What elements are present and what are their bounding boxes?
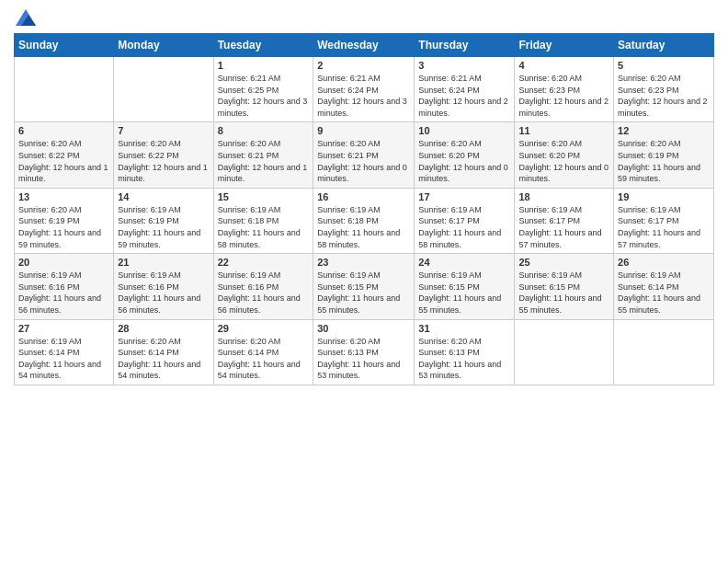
calendar-cell: 14Sunrise: 6:19 AMSunset: 6:19 PMDayligh…: [114, 188, 213, 253]
day-number: 7: [118, 125, 209, 136]
day-number: 28: [118, 323, 209, 334]
day-number: 31: [418, 323, 510, 334]
day-info: Sunrise: 6:21 AMSunset: 6:24 PMDaylight:…: [418, 73, 510, 119]
calendar-cell: 26Sunrise: 6:19 AMSunset: 6:14 PMDayligh…: [614, 254, 714, 319]
day-info: Sunrise: 6:19 AMSunset: 6:15 PMDaylight:…: [418, 270, 510, 316]
calendar-cell: 1Sunrise: 6:21 AMSunset: 6:25 PMDaylight…: [213, 57, 313, 122]
calendar-cell: 9Sunrise: 6:20 AMSunset: 6:21 PMDaylight…: [313, 122, 415, 188]
calendar-table: SundayMondayTuesdayWednesdayThursdayFrid…: [14, 33, 714, 385]
calendar-cell: 15Sunrise: 6:19 AMSunset: 6:18 PMDayligh…: [213, 188, 313, 253]
calendar-cell: 30Sunrise: 6:20 AMSunset: 6:13 PMDayligh…: [313, 319, 415, 385]
day-info: Sunrise: 6:19 AMSunset: 6:14 PMDaylight:…: [18, 336, 109, 382]
calendar-cell: 7Sunrise: 6:20 AMSunset: 6:22 PMDaylight…: [114, 122, 213, 188]
day-number: 11: [518, 125, 609, 136]
calendar-week-3: 13Sunrise: 6:20 AMSunset: 6:19 PMDayligh…: [15, 188, 714, 253]
calendar-cell: 11Sunrise: 6:20 AMSunset: 6:20 PMDayligh…: [515, 122, 614, 188]
calendar-cell: 16Sunrise: 6:19 AMSunset: 6:18 PMDayligh…: [313, 188, 415, 253]
day-info: Sunrise: 6:20 AMSunset: 6:20 PMDaylight:…: [418, 138, 510, 184]
calendar-cell: 31Sunrise: 6:20 AMSunset: 6:13 PMDayligh…: [415, 319, 515, 385]
calendar-cell: 28Sunrise: 6:20 AMSunset: 6:14 PMDayligh…: [114, 319, 213, 385]
calendar-cell: 19Sunrise: 6:19 AMSunset: 6:17 PMDayligh…: [614, 188, 714, 253]
day-number: 24: [418, 257, 510, 268]
day-info: Sunrise: 6:19 AMSunset: 6:15 PMDaylight:…: [317, 270, 410, 316]
day-number: 5: [618, 60, 710, 71]
day-number: 12: [618, 125, 710, 136]
weekday-header-thursday: Thursday: [415, 34, 515, 57]
day-number: 16: [317, 191, 410, 202]
day-info: Sunrise: 6:19 AMSunset: 6:17 PMDaylight:…: [618, 204, 710, 250]
calendar-cell: 12Sunrise: 6:20 AMSunset: 6:19 PMDayligh…: [614, 122, 714, 188]
day-info: Sunrise: 6:20 AMSunset: 6:23 PMDaylight:…: [518, 73, 609, 119]
calendar-cell: 3Sunrise: 6:21 AMSunset: 6:24 PMDaylight…: [415, 57, 515, 122]
day-number: 14: [118, 191, 209, 202]
day-number: 4: [518, 60, 609, 71]
calendar-cell: 2Sunrise: 6:21 AMSunset: 6:24 PMDaylight…: [313, 57, 415, 122]
calendar-cell: 27Sunrise: 6:19 AMSunset: 6:14 PMDayligh…: [15, 319, 114, 385]
day-info: Sunrise: 6:20 AMSunset: 6:14 PMDaylight:…: [218, 336, 310, 382]
calendar-cell: 4Sunrise: 6:20 AMSunset: 6:23 PMDaylight…: [515, 57, 614, 122]
calendar-cell: [114, 57, 213, 122]
weekday-header-sunday: Sunday: [15, 34, 114, 57]
day-number: 15: [218, 191, 310, 202]
calendar-week-2: 6Sunrise: 6:20 AMSunset: 6:22 PMDaylight…: [15, 122, 714, 188]
day-number: 18: [518, 191, 609, 202]
day-info: Sunrise: 6:20 AMSunset: 6:23 PMDaylight:…: [618, 73, 710, 119]
day-number: 8: [218, 125, 310, 136]
day-info: Sunrise: 6:19 AMSunset: 6:18 PMDaylight:…: [317, 204, 410, 250]
page: SundayMondayTuesdayWednesdayThursdayFrid…: [0, 0, 728, 563]
day-info: Sunrise: 6:21 AMSunset: 6:24 PMDaylight:…: [317, 73, 410, 119]
day-number: 22: [218, 257, 310, 268]
calendar-week-5: 27Sunrise: 6:19 AMSunset: 6:14 PMDayligh…: [15, 319, 714, 385]
calendar-cell: 18Sunrise: 6:19 AMSunset: 6:17 PMDayligh…: [515, 188, 614, 253]
day-info: Sunrise: 6:19 AMSunset: 6:16 PMDaylight:…: [118, 270, 209, 316]
calendar-cell: 17Sunrise: 6:19 AMSunset: 6:17 PMDayligh…: [415, 188, 515, 253]
day-number: 21: [118, 257, 209, 268]
day-info: Sunrise: 6:20 AMSunset: 6:19 PMDaylight:…: [18, 204, 109, 250]
day-info: Sunrise: 6:20 AMSunset: 6:13 PMDaylight:…: [317, 336, 410, 382]
day-info: Sunrise: 6:19 AMSunset: 6:15 PMDaylight:…: [518, 270, 609, 316]
calendar-week-4: 20Sunrise: 6:19 AMSunset: 6:16 PMDayligh…: [15, 254, 714, 319]
day-number: 1: [218, 60, 310, 71]
weekday-header-monday: Monday: [114, 34, 213, 57]
day-info: Sunrise: 6:20 AMSunset: 6:13 PMDaylight:…: [418, 336, 510, 382]
day-info: Sunrise: 6:20 AMSunset: 6:19 PMDaylight:…: [618, 138, 710, 184]
day-number: 13: [18, 191, 109, 202]
day-info: Sunrise: 6:21 AMSunset: 6:25 PMDaylight:…: [218, 73, 310, 119]
weekday-header-saturday: Saturday: [614, 34, 714, 57]
day-number: 30: [317, 323, 410, 334]
day-number: 2: [317, 60, 410, 71]
calendar-cell: [614, 319, 714, 385]
calendar-cell: 8Sunrise: 6:20 AMSunset: 6:21 PMDaylight…: [213, 122, 313, 188]
logo: [14, 9, 36, 26]
day-number: 27: [18, 323, 109, 334]
day-number: 10: [418, 125, 510, 136]
calendar-cell: 10Sunrise: 6:20 AMSunset: 6:20 PMDayligh…: [415, 122, 515, 188]
day-number: 25: [518, 257, 609, 268]
day-info: Sunrise: 6:19 AMSunset: 6:19 PMDaylight:…: [118, 204, 209, 250]
day-info: Sunrise: 6:20 AMSunset: 6:22 PMDaylight:…: [118, 138, 209, 184]
calendar-cell: 22Sunrise: 6:19 AMSunset: 6:16 PMDayligh…: [213, 254, 313, 319]
day-number: 29: [218, 323, 310, 334]
calendar-cell: 6Sunrise: 6:20 AMSunset: 6:22 PMDaylight…: [15, 122, 114, 188]
day-number: 23: [317, 257, 410, 268]
day-info: Sunrise: 6:20 AMSunset: 6:20 PMDaylight:…: [518, 138, 609, 184]
day-info: Sunrise: 6:20 AMSunset: 6:21 PMDaylight:…: [218, 138, 310, 184]
calendar-cell: 25Sunrise: 6:19 AMSunset: 6:15 PMDayligh…: [515, 254, 614, 319]
day-info: Sunrise: 6:20 AMSunset: 6:21 PMDaylight:…: [317, 138, 410, 184]
calendar-cell: 21Sunrise: 6:19 AMSunset: 6:16 PMDayligh…: [114, 254, 213, 319]
weekday-header-tuesday: Tuesday: [213, 34, 313, 57]
calendar-cell: [515, 319, 614, 385]
calendar-cell: 13Sunrise: 6:20 AMSunset: 6:19 PMDayligh…: [15, 188, 114, 253]
day-info: Sunrise: 6:19 AMSunset: 6:17 PMDaylight:…: [418, 204, 510, 250]
day-number: 26: [618, 257, 710, 268]
weekday-header-row: SundayMondayTuesdayWednesdayThursdayFrid…: [15, 34, 714, 57]
calendar-cell: 29Sunrise: 6:20 AMSunset: 6:14 PMDayligh…: [213, 319, 313, 385]
day-info: Sunrise: 6:19 AMSunset: 6:17 PMDaylight:…: [518, 204, 609, 250]
calendar-cell: 24Sunrise: 6:19 AMSunset: 6:15 PMDayligh…: [415, 254, 515, 319]
day-number: 6: [18, 125, 109, 136]
day-number: 3: [418, 60, 510, 71]
logo-icon: [16, 9, 36, 26]
day-number: 19: [618, 191, 710, 202]
calendar-cell: 5Sunrise: 6:20 AMSunset: 6:23 PMDaylight…: [614, 57, 714, 122]
weekday-header-friday: Friday: [515, 34, 614, 57]
